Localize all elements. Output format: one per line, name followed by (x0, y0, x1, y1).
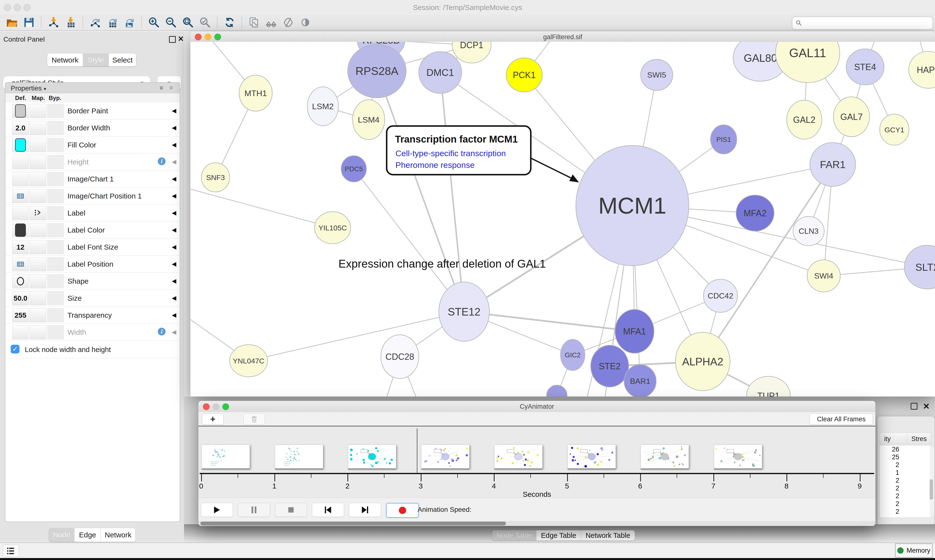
def-value-cell[interactable] (12, 223, 29, 237)
def-value-cell[interactable] (12, 325, 29, 339)
network-node-HAP2[interactable]: HAP2 (909, 51, 935, 88)
info-icon[interactable]: i (158, 328, 165, 335)
tab-node-table[interactable]: Node Table (492, 530, 536, 540)
map-value-cell[interactable] (30, 121, 46, 135)
float-panel-icon[interactable] (169, 36, 176, 43)
table-column-centrality[interactable]: ity (884, 435, 891, 443)
def-value-cell[interactable] (12, 172, 29, 186)
hide-details-icon[interactable] (281, 16, 295, 29)
table-row[interactable]: 2 (880, 485, 931, 492)
def-value-cell[interactable] (12, 104, 29, 118)
map-value-cell[interactable] (30, 240, 46, 254)
table-row[interactable]: 25 (880, 453, 931, 461)
add-frame-button[interactable]: + (202, 414, 224, 425)
collapse-all-icon[interactable]: « (168, 86, 176, 90)
table-row[interactable]: 2 (880, 461, 931, 469)
delete-frame-button[interactable] (244, 414, 265, 425)
export-network-icon[interactable] (88, 16, 102, 29)
network-node-STE12[interactable]: STE12 (439, 282, 489, 341)
table-row[interactable]: 26 (880, 445, 931, 453)
zoom-out-icon[interactable] (164, 16, 178, 29)
byp-value-cell[interactable] (47, 172, 64, 186)
map-value-cell[interactable] (30, 274, 46, 288)
network-node-GAL2[interactable]: GAL2 (787, 100, 822, 139)
info-icon[interactable]: i (158, 157, 165, 165)
map-value-cell[interactable] (30, 155, 46, 169)
import-network-icon[interactable] (46, 16, 61, 29)
edge-YIL105C-cut[interactable] (190, 188, 333, 228)
table-row[interactable]: 1 (880, 469, 931, 477)
stop-button[interactable] (275, 503, 307, 517)
map-value-cell[interactable] (30, 138, 46, 152)
map-value-cell[interactable] (30, 206, 46, 220)
property-row-label[interactable]: Label◀ (5, 205, 180, 222)
byp-value-cell[interactable] (47, 291, 64, 305)
network-node-RPS28A[interactable]: RPS28A (348, 44, 406, 98)
memory-button[interactable]: Memory (895, 543, 933, 558)
def-value-cell[interactable]: 255 (12, 308, 29, 322)
table-row[interactable]: 2 (880, 508, 931, 515)
property-row-fill-color[interactable]: Fill Color◀ (5, 137, 180, 154)
def-value-cell[interactable]: 12 (12, 240, 29, 254)
save-icon[interactable] (22, 16, 36, 29)
expand-row-icon[interactable]: ◀ (172, 192, 176, 199)
edge-STE12-YNL047C[interactable] (248, 312, 464, 361)
property-row-label-position[interactable]: Label Position◀ (5, 256, 180, 273)
table-row[interactable]: 2 (880, 500, 931, 508)
chevron-down-icon[interactable]: ▾ (43, 86, 46, 91)
table-vertical-scrollbar[interactable] (930, 447, 934, 516)
map-value-cell[interactable] (30, 257, 46, 271)
edge-DMC1-STE12[interactable] (440, 72, 464, 312)
zoom-selected-icon[interactable] (198, 16, 212, 29)
keyframe-thumbnail-0s[interactable] (202, 445, 250, 469)
open-folder-icon[interactable] (5, 16, 19, 29)
table-column-stress[interactable]: Stres (911, 435, 927, 443)
skip-end-button[interactable] (349, 503, 381, 517)
def-value-cell[interactable] (12, 189, 29, 203)
expand-row-icon[interactable]: ◀ (172, 124, 176, 131)
network-node-MTH1[interactable]: MTH1 (239, 75, 272, 111)
byp-value-cell[interactable] (47, 155, 64, 169)
byp-value-cell[interactable] (47, 240, 64, 254)
network-node-MCM1[interactable]: MCM1 (576, 146, 689, 266)
network-node-LSM4[interactable]: LSM4 (353, 100, 385, 140)
property-row-transparency[interactable]: 255Transparency◀ (5, 307, 180, 324)
annotation-box[interactable]: Transcription factor MCM1Cell-type-speci… (387, 126, 579, 182)
annotation-link[interactable]: Pheromone response (395, 160, 475, 169)
network-node-SWI5[interactable]: SWI5 (640, 59, 673, 91)
def-value-cell[interactable] (12, 257, 29, 271)
property-row-label-color[interactable]: Label Color◀ (5, 222, 180, 238)
def-value-cell[interactable]: 50.0 (12, 291, 29, 305)
network-node-GAL7[interactable]: GAL7 (833, 97, 870, 137)
network-node-CLN3[interactable]: CLN3 (793, 217, 824, 246)
refresh-icon[interactable] (222, 16, 237, 29)
edge-FAR1-ALPHA2[interactable] (703, 165, 833, 362)
close-panel-icon[interactable]: ✕ (178, 35, 184, 43)
network-node-MFA2[interactable]: MFA2 (736, 195, 774, 231)
search-field[interactable] (792, 17, 933, 30)
map-value-cell[interactable] (30, 291, 46, 305)
timeline-playhead[interactable] (417, 428, 417, 473)
def-value-cell[interactable] (12, 206, 29, 220)
network-node-SLT2[interactable]: SLT2 (904, 245, 935, 289)
network-canvas[interactable]: Expression change after deletion of GAL1… (190, 42, 935, 397)
byp-value-cell[interactable] (47, 223, 64, 237)
pause-button[interactable] (238, 503, 270, 517)
def-value-cell[interactable] (12, 138, 29, 152)
network-node-YIL105C[interactable]: YIL105C (315, 212, 350, 244)
property-row-height[interactable]: Heighti◀ (5, 154, 180, 171)
network-node-MFA1[interactable]: MFA1 (615, 309, 654, 353)
keyframe-thumbnail-1s[interactable] (275, 445, 323, 469)
timeline-horizontal-scrollbar[interactable] (199, 521, 875, 526)
table-row[interactable]: 2 (880, 492, 931, 500)
property-row-size[interactable]: 50.0Size◀ (5, 290, 180, 307)
scrollbar-thumb[interactable] (201, 522, 506, 525)
expand-row-icon[interactable]: ◀ (172, 175, 176, 182)
expand-row-icon[interactable]: ◀ (172, 260, 176, 267)
tab-node[interactable]: Node (49, 528, 74, 542)
keyframe-thumbnail-7s[interactable] (714, 445, 762, 469)
property-row-shape[interactable]: Shape◀ (5, 273, 180, 290)
tab-edge-table[interactable]: Edge Table (536, 530, 581, 540)
expand-row-icon[interactable]: ◀ (172, 243, 176, 250)
tab-network[interactable]: Network (47, 54, 83, 66)
